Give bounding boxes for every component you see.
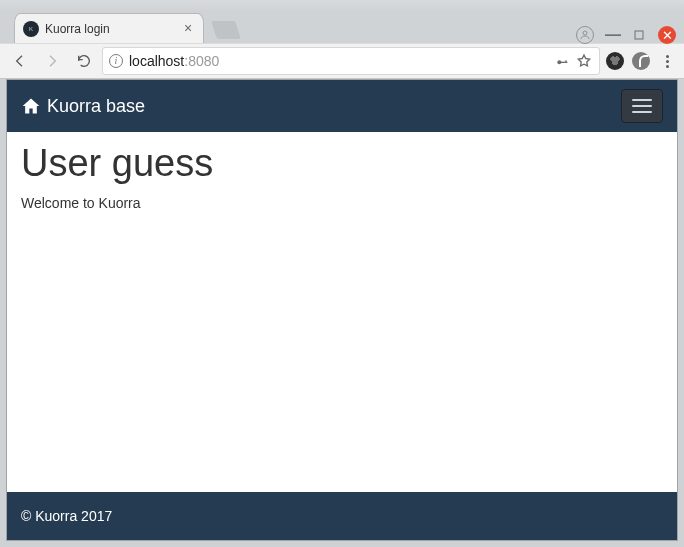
forward-button[interactable] xyxy=(38,47,66,75)
extension-fedora-icon[interactable] xyxy=(630,50,652,72)
key-icon[interactable] xyxy=(553,52,571,70)
page-footer: © Kuorra 2017 xyxy=(7,492,677,540)
svg-rect-4 xyxy=(565,60,566,63)
page-heading: User guess xyxy=(21,142,663,185)
svg-rect-1 xyxy=(635,31,643,39)
page-body: User guess Welcome to Kuorra xyxy=(7,132,677,492)
page-navbar: Kuorra base xyxy=(7,80,677,132)
address-bar[interactable]: i localhost:8080 xyxy=(102,47,600,75)
footer-text: © Kuorra 2017 xyxy=(21,508,112,524)
site-info-icon[interactable]: i xyxy=(109,54,123,68)
new-tab-button[interactable] xyxy=(211,21,241,39)
tab-close-icon[interactable]: × xyxy=(181,22,195,36)
window-minimize-icon[interactable]: — xyxy=(606,28,620,42)
brand-text: Kuorra base xyxy=(47,96,145,117)
extension-gnome-icon[interactable] xyxy=(604,50,626,72)
browser-toolbar: i localhost:8080 xyxy=(0,43,684,79)
window-titlebar xyxy=(0,0,684,12)
browser-menu-icon[interactable] xyxy=(656,50,678,72)
window-maximize-icon[interactable] xyxy=(632,28,646,42)
brand-link[interactable]: Kuorra base xyxy=(21,96,145,117)
browser-tab[interactable]: K Kuorra login × xyxy=(14,13,204,43)
tab-title: Kuorra login xyxy=(45,22,181,36)
page-viewport: Kuorra base User guess Welcome to Kuorra… xyxy=(6,79,678,541)
window-controls: — ✕ xyxy=(576,26,676,44)
url-host: localhost xyxy=(129,53,184,69)
navbar-toggle[interactable] xyxy=(621,89,663,123)
star-icon[interactable] xyxy=(575,52,593,70)
home-icon xyxy=(21,96,41,116)
url-port: :8080 xyxy=(184,53,219,69)
tab-favicon: K xyxy=(23,21,39,37)
tab-strip: K Kuorra login × — ✕ xyxy=(0,12,684,43)
back-button[interactable] xyxy=(6,47,34,75)
page-welcome-text: Welcome to Kuorra xyxy=(21,195,663,211)
reload-button[interactable] xyxy=(70,47,98,75)
window-close-icon[interactable]: ✕ xyxy=(658,26,676,44)
profile-icon[interactable] xyxy=(576,26,594,44)
svg-point-0 xyxy=(583,31,587,35)
